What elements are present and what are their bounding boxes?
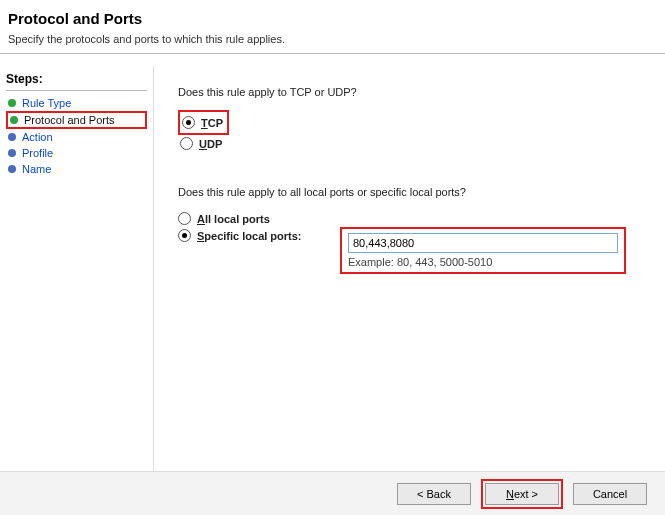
page-title: Protocol and Ports bbox=[8, 10, 657, 27]
radio-icon[interactable] bbox=[178, 212, 191, 225]
step-link[interactable]: Name bbox=[22, 163, 51, 175]
question-protocol: Does this rule apply to TCP or UDP? bbox=[178, 86, 641, 98]
radio-icon[interactable] bbox=[182, 116, 195, 129]
step-link[interactable]: Profile bbox=[22, 147, 53, 159]
wizard-body: Steps: Rule Type Protocol and Ports Acti… bbox=[0, 66, 665, 471]
option-tcp-label: TCP bbox=[201, 117, 223, 129]
option-tcp[interactable]: TCP bbox=[182, 114, 223, 131]
step-label: Protocol and Ports bbox=[24, 114, 115, 126]
option-specific-label: Specific local ports: bbox=[197, 230, 302, 242]
ports-example: Example: 80, 443, 5000-5010 bbox=[348, 256, 618, 268]
bullet-icon bbox=[8, 149, 16, 157]
steps-heading: Steps: bbox=[6, 72, 153, 86]
page-subtitle: Specify the protocols and ports to which… bbox=[8, 33, 657, 45]
option-all-local-ports[interactable]: All local ports bbox=[178, 210, 641, 227]
option-specific-row: Specific local ports: Example: 80, 443, … bbox=[178, 227, 641, 274]
step-rule-type[interactable]: Rule Type bbox=[6, 95, 153, 111]
wizard-header: Protocol and Ports Specify the protocols… bbox=[0, 0, 665, 45]
bullet-icon bbox=[8, 133, 16, 141]
step-profile[interactable]: Profile bbox=[6, 145, 153, 161]
question-ports: Does this rule apply to all local ports … bbox=[178, 186, 641, 198]
wizard-window: Protocol and Ports Specify the protocols… bbox=[0, 0, 665, 515]
option-udp[interactable]: UDP bbox=[180, 135, 641, 152]
bullet-icon bbox=[10, 116, 18, 124]
option-udp-label: UDP bbox=[199, 138, 222, 150]
step-link[interactable]: Action bbox=[22, 131, 53, 143]
wizard-content: Does this rule apply to TCP or UDP? TCP … bbox=[154, 66, 665, 471]
next-button[interactable]: Next > bbox=[485, 483, 559, 505]
step-protocol-and-ports: Protocol and Ports bbox=[6, 111, 147, 129]
option-all-label: All local ports bbox=[197, 213, 270, 225]
header-divider bbox=[0, 53, 665, 54]
bullet-icon bbox=[8, 165, 16, 173]
next-button-highlight: Next > bbox=[481, 479, 563, 509]
step-name[interactable]: Name bbox=[6, 161, 153, 177]
ports-input-highlight: Example: 80, 443, 5000-5010 bbox=[340, 227, 626, 274]
radio-icon[interactable] bbox=[178, 229, 191, 242]
bullet-icon bbox=[8, 99, 16, 107]
radio-icon[interactable] bbox=[180, 137, 193, 150]
option-tcp-highlight: TCP bbox=[178, 110, 229, 135]
cancel-button[interactable]: Cancel bbox=[573, 483, 647, 505]
steps-divider bbox=[6, 90, 147, 91]
specific-ports-input[interactable] bbox=[348, 233, 618, 253]
wizard-footer: < Back Next > Cancel bbox=[0, 471, 665, 515]
back-button[interactable]: < Back bbox=[397, 483, 471, 505]
option-specific-local-ports[interactable]: Specific local ports: bbox=[178, 227, 328, 244]
step-action[interactable]: Action bbox=[6, 129, 153, 145]
steps-sidebar: Steps: Rule Type Protocol and Ports Acti… bbox=[0, 66, 154, 471]
step-link[interactable]: Rule Type bbox=[22, 97, 71, 109]
